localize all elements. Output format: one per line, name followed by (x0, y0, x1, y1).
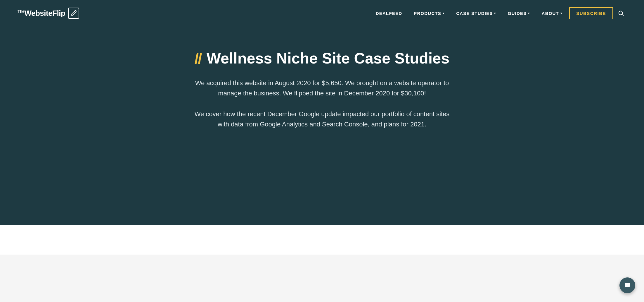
hero-title-row: // Wellness Niche Site Case Studies (195, 50, 449, 67)
chevron-down-icon: ▾ (443, 12, 444, 15)
svg-line-0 (75, 11, 76, 13)
hero-title: Wellness Niche Site Case Studies (207, 50, 449, 67)
site-header: TheWebsiteFlip DEALFEED PRODUCTS ▾ CASE … (0, 0, 644, 26)
nav-item-guides[interactable]: GUIDES ▾ (503, 8, 535, 18)
nav-item-case-studies[interactable]: CASE STUDIES ▾ (451, 8, 501, 18)
chevron-down-icon: ▾ (528, 12, 530, 15)
nav-item-products[interactable]: PRODUCTS ▾ (409, 8, 449, 18)
chat-icon (624, 282, 631, 289)
svg-point-1 (619, 11, 623, 15)
chevron-down-icon: ▾ (494, 12, 496, 15)
site-logo[interactable]: TheWebsiteFlip (18, 8, 79, 19)
nav-item-about[interactable]: ABOUT ▾ (537, 8, 567, 18)
logo-icon (68, 8, 79, 19)
nav-item-dealfeed[interactable]: DEALFEED (371, 8, 407, 18)
hero-description-2: We cover how the recent December Google … (191, 109, 453, 129)
pen-icon (70, 10, 77, 16)
chevron-down-icon: ▾ (560, 12, 562, 15)
hero-section: // Wellness Niche Site Case Studies We a… (0, 26, 644, 225)
chat-bubble-button[interactable] (619, 277, 635, 293)
main-nav: DEALFEED PRODUCTS ▾ CASE STUDIES ▾ GUIDE… (371, 7, 626, 19)
subscribe-button[interactable]: SUBSCRIBE (569, 7, 613, 19)
search-button[interactable] (615, 8, 626, 19)
logo-text: TheWebsiteFlip (18, 9, 65, 17)
search-icon (618, 10, 624, 16)
double-slash-decoration: // (195, 51, 201, 66)
bottom-content-area (0, 225, 644, 255)
hero-description-1: We acquired this website in August 2020 … (191, 78, 453, 98)
svg-line-2 (622, 14, 624, 16)
